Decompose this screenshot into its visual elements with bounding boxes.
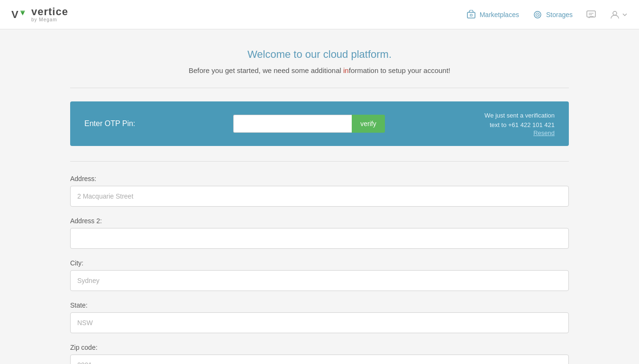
main-content: Welcome to our cloud platform. Before yo… (59, 29, 580, 364)
subtitle-start: Before you get started, we need some add… (189, 66, 343, 74)
logo-text: vertice by Megam (31, 7, 68, 22)
otp-banner: Enter OTP Pin: verify We just sent a ver… (70, 101, 569, 146)
marketplaces-icon (466, 9, 476, 20)
state-input[interactable] (70, 312, 569, 333)
address-form: Address: Address 2: City: State: Zip cod… (70, 175, 569, 364)
otp-info: We just sent a verification text to +61 … (484, 111, 555, 136)
welcome-title: Welcome to our cloud platform. (70, 48, 569, 61)
logo-name: vertice (31, 7, 68, 17)
svg-rect-8 (587, 11, 595, 17)
marketplaces-label: Marketplaces (480, 11, 519, 18)
otp-info-text: We just sent a verification text to +61 … (484, 111, 555, 129)
subtitle-end: formation to setup your account! (349, 66, 450, 74)
nav-storages[interactable]: Storages (532, 9, 573, 20)
zipcode-label: Zip code: (70, 344, 569, 351)
vertice-logo-icon: V (11, 7, 27, 23)
header-nav: Marketplaces Storages (466, 9, 628, 20)
chat-icon[interactable] (586, 9, 596, 20)
svg-marker-2 (21, 12, 24, 14)
welcome-subtitle: Before you get started, we need some add… (70, 66, 569, 74)
storages-label: Storages (546, 11, 573, 18)
divider-mid (70, 161, 569, 162)
otp-info-line1: We just sent a verification (484, 112, 555, 119)
address2-input[interactable] (70, 228, 569, 249)
chevron-down-icon (622, 12, 628, 18)
city-label: City: (70, 259, 569, 267)
address-label: Address: (70, 175, 569, 182)
zipcode-input[interactable] (70, 355, 569, 364)
otp-resend-link[interactable]: Resend (484, 129, 555, 136)
logo-area: V vertice by Megam (11, 7, 68, 23)
state-field-group: State: (70, 301, 569, 333)
subtitle-highlight: in (343, 66, 349, 74)
city-input[interactable] (70, 270, 569, 291)
storages-icon (532, 9, 543, 20)
svg-text:V: V (11, 8, 18, 20)
address2-field-group: Address 2: (70, 217, 569, 249)
state-label: State: (70, 301, 569, 309)
svg-point-11 (613, 11, 617, 15)
address2-label: Address 2: (70, 217, 569, 225)
divider-top (70, 88, 569, 88)
svg-rect-4 (470, 14, 472, 16)
otp-verify-button[interactable]: verify (352, 115, 384, 133)
otp-input[interactable] (233, 115, 352, 133)
svg-point-7 (537, 14, 538, 15)
otp-label: Enter OTP Pin: (84, 119, 135, 128)
app-header: V vertice by Megam Marketplaces (0, 0, 639, 29)
nav-marketplaces[interactable]: Marketplaces (466, 9, 519, 20)
otp-info-line2: text to +61 422 101 421 (490, 121, 555, 128)
city-field-group: City: (70, 259, 569, 291)
address-input[interactable] (70, 186, 569, 207)
logo-byline: by Megam (31, 17, 68, 22)
svg-rect-3 (467, 12, 475, 18)
address-field-group: Address: (70, 175, 569, 207)
user-menu[interactable] (610, 9, 628, 20)
otp-input-wrap: verify (233, 115, 385, 133)
zipcode-field-group: Zip code: (70, 344, 569, 364)
